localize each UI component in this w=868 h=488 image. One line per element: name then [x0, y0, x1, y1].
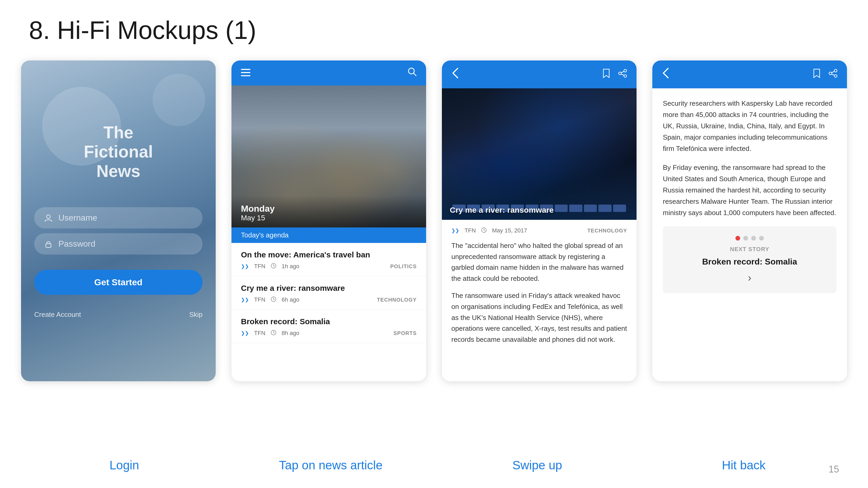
app-logo: The Fictional News	[84, 123, 153, 181]
news-list-frame: Monday May 15 Today's agenda On the move…	[231, 61, 426, 381]
svg-point-25	[829, 72, 832, 75]
svg-rect-2	[241, 69, 250, 70]
article-source: TFN	[465, 227, 476, 234]
page-title: 8. Hi-Fi Mockups (1)	[29, 16, 256, 45]
hero-date: May 15	[241, 214, 416, 222]
mockups-container: The Fictional News Username	[21, 61, 847, 381]
article-hero-image: Cry me a river: ransomware	[442, 88, 637, 220]
article-body: ❯❯ TFN May 15, 2017 TECHNOLOGY The "acci…	[442, 220, 637, 359]
category-2: TECHNOLOGY	[377, 297, 416, 303]
dot-1	[736, 236, 740, 240]
search-icon[interactable]	[408, 67, 416, 78]
story-dots	[672, 236, 827, 240]
svg-rect-1	[46, 244, 51, 248]
article-title-1: On the move: America's travel ban	[241, 250, 416, 259]
article-para-1: The "accidental hero" who halted the glo…	[452, 240, 627, 284]
app-logo-line2: Fictional	[84, 142, 153, 162]
article-category: TECHNOLOGY	[587, 228, 627, 234]
svg-point-17	[619, 72, 621, 75]
get-started-button[interactable]: Get Started	[34, 270, 203, 295]
label-hit-back: Hit back	[641, 458, 847, 472]
content-body: Security researchers with Kaspersky Lab …	[652, 88, 847, 381]
svg-line-23	[484, 230, 485, 231]
article-item-1[interactable]: On the move: America's travel ban ❯❯ TFN…	[231, 243, 426, 276]
category-1: POLITICS	[390, 263, 416, 269]
hero-overlay: Monday May 15	[231, 196, 426, 227]
svg-line-20	[621, 74, 624, 75]
svg-rect-3	[241, 72, 250, 73]
svg-line-19	[621, 71, 624, 72]
content-text: Security researchers with Kaspersky Lab …	[663, 98, 836, 219]
svg-point-0	[46, 215, 50, 219]
category-3: SPORTS	[394, 330, 416, 336]
article-item-3[interactable]: Broken record: Somalia ❯❯ TFN 8h ago SPO…	[231, 310, 426, 343]
source-dot-1: ❯❯	[241, 263, 249, 269]
hero-caption: Cry me a river: ransomware	[450, 206, 554, 215]
share-icon[interactable]	[618, 69, 627, 80]
svg-line-6	[413, 73, 416, 76]
next-story-arrow[interactable]: ›	[672, 272, 827, 284]
password-placeholder: Password	[58, 239, 95, 249]
news-list-screen: Monday May 15 Today's agenda On the move…	[231, 61, 426, 381]
article-meta-3: ❯❯ TFN 8h ago SPORTS	[241, 330, 416, 336]
lock-icon	[44, 239, 53, 249]
user-icon	[44, 213, 53, 223]
label-swipe-up: Swipe up	[434, 458, 641, 472]
back-button[interactable]	[452, 67, 459, 82]
content-para-1: Security researchers with Kaspersky Lab …	[663, 98, 836, 154]
hamburger-icon[interactable]	[241, 67, 250, 78]
hero-day: Monday	[241, 203, 416, 214]
article-detail-frame: Cry me a river: ransomware ❯❯ TFN May 15…	[442, 61, 637, 381]
content-bookmark-icon[interactable]	[813, 69, 820, 80]
article-date: May 15, 2017	[492, 227, 527, 234]
source-dot-3: ❯❯	[241, 330, 249, 336]
app-logo-line3: News	[84, 162, 153, 181]
time-2: 6h ago	[282, 296, 299, 303]
svg-line-9	[274, 266, 275, 266]
login-inputs: Username Password	[34, 207, 203, 259]
login-footer: Create Account Skip	[34, 311, 203, 319]
content-header	[652, 61, 847, 88]
article-screen: Cry me a river: ransomware ❯❯ TFN May 15…	[442, 61, 637, 381]
clock-icon-3	[271, 330, 276, 336]
password-input[interactable]: Password	[34, 233, 203, 255]
username-input[interactable]: Username	[34, 207, 203, 228]
content-back-button[interactable]	[662, 67, 669, 82]
source-2: TFN	[254, 296, 266, 303]
source-3: TFN	[254, 330, 266, 336]
svg-line-28	[832, 74, 835, 75]
svg-point-26	[834, 75, 837, 77]
content-para-2: By Friday evening, the ransomware had sp…	[663, 162, 836, 218]
next-story-card[interactable]: NEXT STORY Broken record: Somalia ›	[663, 226, 836, 293]
bookmark-icon[interactable]	[602, 69, 610, 80]
article-header	[442, 61, 637, 88]
dot-3	[751, 236, 756, 240]
content-share-icon[interactable]	[829, 69, 837, 80]
article-para-2: The ransomware used in Friday's attack w…	[452, 290, 627, 345]
dot-2	[743, 236, 748, 240]
clock-icon-2	[271, 296, 276, 303]
dot-4	[759, 236, 764, 240]
next-story-label: NEXT STORY	[672, 246, 827, 253]
screen-labels: Login Tap on news article Swipe up Hit b…	[21, 458, 847, 472]
source-1: TFN	[254, 263, 266, 270]
page-number: 15	[829, 464, 839, 475]
svg-line-15	[274, 333, 275, 333]
article-item-2[interactable]: Cry me a river: ransomware ❯❯ TFN 6h ago…	[231, 276, 426, 310]
article-title-3: Broken record: Somalia	[241, 317, 416, 326]
svg-line-12	[274, 299, 275, 300]
article-header-actions	[602, 69, 627, 80]
article-meta-1: ❯❯ TFN 1h ago POLITICS	[241, 263, 416, 270]
time-3: 8h ago	[282, 330, 299, 336]
next-story-title: Broken record: Somalia	[672, 257, 827, 267]
agenda-bar: Today's agenda	[231, 227, 426, 243]
skip-link[interactable]: Skip	[189, 311, 203, 319]
svg-point-24	[834, 69, 837, 72]
login-screen-frame: The Fictional News Username	[21, 61, 216, 381]
time-1: 1h ago	[282, 263, 299, 270]
create-account-link[interactable]: Create Account	[34, 311, 81, 319]
content-header-actions	[813, 69, 837, 80]
label-login: Login	[21, 458, 227, 472]
article-clock-icon	[481, 227, 487, 234]
clock-icon-1	[271, 263, 276, 270]
